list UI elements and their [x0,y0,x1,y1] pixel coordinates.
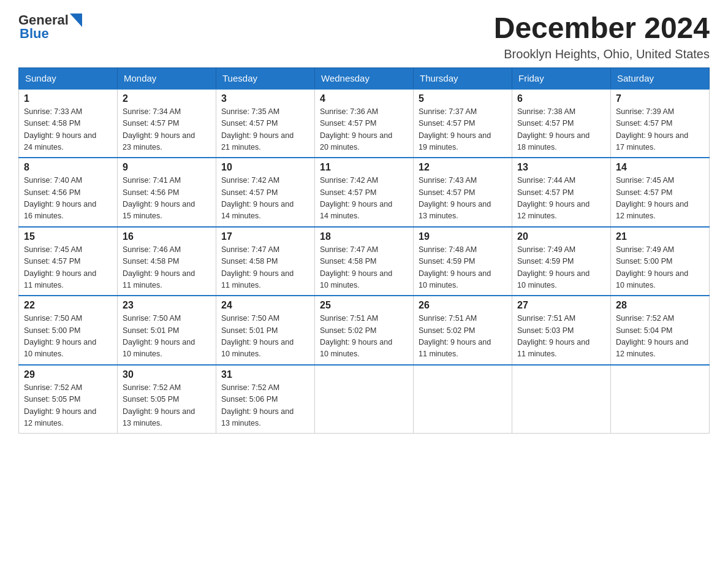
calendar-cell [611,365,710,434]
calendar-cell: 16 Sunrise: 7:46 AM Sunset: 4:58 PM Dayl… [118,227,216,296]
day-info: Sunrise: 7:40 AM Sunset: 4:56 PM Dayligh… [24,175,112,223]
calendar-cell [315,365,414,434]
calendar-cell: 20 Sunrise: 7:49 AM Sunset: 4:59 PM Dayl… [512,227,611,296]
calendar-week-1: 1 Sunrise: 7:33 AM Sunset: 4:58 PM Dayli… [19,89,710,158]
day-number: 31 [221,369,309,380]
day-info: Sunrise: 7:37 AM Sunset: 4:57 PM Dayligh… [419,106,507,154]
calendar-cell: 3 Sunrise: 7:35 AM Sunset: 4:57 PM Dayli… [216,89,315,158]
day-info: Sunrise: 7:41 AM Sunset: 4:56 PM Dayligh… [123,175,211,223]
calendar-week-4: 22 Sunrise: 7:50 AM Sunset: 5:00 PM Dayl… [19,296,710,365]
day-number: 8 [24,162,112,173]
day-number: 29 [24,369,112,380]
day-number: 25 [320,300,408,311]
calendar-cell: 5 Sunrise: 7:37 AM Sunset: 4:57 PM Dayli… [414,89,512,158]
logo: General Blue [18,12,82,42]
day-number: 23 [123,300,211,311]
day-info: Sunrise: 7:50 AM Sunset: 5:01 PM Dayligh… [123,313,211,361]
day-number: 7 [616,93,704,104]
day-info: Sunrise: 7:42 AM Sunset: 4:57 PM Dayligh… [221,175,309,223]
calendar-table: SundayMondayTuesdayWednesdayThursdayFrid… [18,67,710,434]
calendar-week-3: 15 Sunrise: 7:45 AM Sunset: 4:57 PM Dayl… [19,227,710,296]
weekday-header-saturday: Saturday [611,67,710,89]
day-number: 12 [419,162,507,173]
day-info: Sunrise: 7:51 AM Sunset: 5:02 PM Dayligh… [320,313,408,361]
day-info: Sunrise: 7:42 AM Sunset: 4:57 PM Dayligh… [320,175,408,223]
day-number: 13 [517,162,605,173]
calendar-cell: 2 Sunrise: 7:34 AM Sunset: 4:57 PM Dayli… [118,89,216,158]
calendar-cell: 9 Sunrise: 7:41 AM Sunset: 4:56 PM Dayli… [118,158,216,227]
calendar-cell: 15 Sunrise: 7:45 AM Sunset: 4:57 PM Dayl… [19,227,118,296]
day-number: 22 [24,300,112,311]
calendar-cell: 27 Sunrise: 7:51 AM Sunset: 5:03 PM Dayl… [512,296,611,365]
day-number: 17 [221,231,309,242]
day-number: 24 [221,300,309,311]
day-info: Sunrise: 7:34 AM Sunset: 4:57 PM Dayligh… [123,106,211,154]
day-info: Sunrise: 7:52 AM Sunset: 5:06 PM Dayligh… [221,382,309,430]
day-info: Sunrise: 7:52 AM Sunset: 5:04 PM Dayligh… [616,313,704,361]
calendar-cell: 19 Sunrise: 7:48 AM Sunset: 4:59 PM Dayl… [414,227,512,296]
weekday-header-sunday: Sunday [19,67,118,89]
calendar-cell [414,365,512,434]
calendar-cell: 30 Sunrise: 7:52 AM Sunset: 5:05 PM Dayl… [118,365,216,434]
day-number: 5 [419,93,507,104]
day-info: Sunrise: 7:52 AM Sunset: 5:05 PM Dayligh… [123,382,211,430]
calendar-cell: 1 Sunrise: 7:33 AM Sunset: 4:58 PM Dayli… [19,89,118,158]
calendar-cell: 13 Sunrise: 7:44 AM Sunset: 4:57 PM Dayl… [512,158,611,227]
day-info: Sunrise: 7:33 AM Sunset: 4:58 PM Dayligh… [24,106,112,154]
day-number: 10 [221,162,309,173]
calendar-week-2: 8 Sunrise: 7:40 AM Sunset: 4:56 PM Dayli… [19,158,710,227]
day-number: 30 [123,369,211,380]
day-info: Sunrise: 7:43 AM Sunset: 4:57 PM Dayligh… [419,175,507,223]
page-header: General Blue December 2024 Brooklyn Heig… [18,12,710,61]
calendar-cell: 6 Sunrise: 7:38 AM Sunset: 4:57 PM Dayli… [512,89,611,158]
day-info: Sunrise: 7:50 AM Sunset: 5:01 PM Dayligh… [221,313,309,361]
calendar-cell: 18 Sunrise: 7:47 AM Sunset: 4:58 PM Dayl… [315,227,414,296]
day-number: 9 [123,162,211,173]
calendar-cell: 10 Sunrise: 7:42 AM Sunset: 4:57 PM Dayl… [216,158,315,227]
calendar-cell: 31 Sunrise: 7:52 AM Sunset: 5:06 PM Dayl… [216,365,315,434]
weekday-header-wednesday: Wednesday [315,67,414,89]
day-number: 1 [24,93,112,104]
weekday-header-friday: Friday [512,67,611,89]
logo-blue-text: Blue [20,26,49,42]
day-info: Sunrise: 7:49 AM Sunset: 5:00 PM Dayligh… [616,244,704,292]
day-number: 26 [419,300,507,311]
day-number: 16 [123,231,211,242]
day-number: 14 [616,162,704,173]
day-number: 21 [616,231,704,242]
day-number: 27 [517,300,605,311]
svg-marker-0 [70,13,82,27]
month-title: December 2024 [494,12,710,45]
day-number: 19 [419,231,507,242]
day-info: Sunrise: 7:51 AM Sunset: 5:03 PM Dayligh… [517,313,605,361]
day-number: 20 [517,231,605,242]
calendar-cell: 8 Sunrise: 7:40 AM Sunset: 4:56 PM Dayli… [19,158,118,227]
day-number: 2 [123,93,211,104]
logo-triangle-icon [70,13,82,27]
calendar-cell: 14 Sunrise: 7:45 AM Sunset: 4:57 PM Dayl… [611,158,710,227]
day-info: Sunrise: 7:38 AM Sunset: 4:57 PM Dayligh… [517,106,605,154]
day-number: 6 [517,93,605,104]
calendar-cell: 29 Sunrise: 7:52 AM Sunset: 5:05 PM Dayl… [19,365,118,434]
day-number: 15 [24,231,112,242]
day-number: 4 [320,93,408,104]
title-section: December 2024 Brooklyn Heights, Ohio, Un… [494,12,710,61]
calendar-cell: 22 Sunrise: 7:50 AM Sunset: 5:00 PM Dayl… [19,296,118,365]
day-info: Sunrise: 7:52 AM Sunset: 5:05 PM Dayligh… [24,382,112,430]
calendar-cell: 17 Sunrise: 7:47 AM Sunset: 4:58 PM Dayl… [216,227,315,296]
location-text: Brooklyn Heights, Ohio, United States [494,47,710,61]
day-number: 11 [320,162,408,173]
day-info: Sunrise: 7:47 AM Sunset: 4:58 PM Dayligh… [320,244,408,292]
calendar-week-5: 29 Sunrise: 7:52 AM Sunset: 5:05 PM Dayl… [19,365,710,434]
calendar-cell: 4 Sunrise: 7:36 AM Sunset: 4:57 PM Dayli… [315,89,414,158]
calendar-cell: 26 Sunrise: 7:51 AM Sunset: 5:02 PM Dayl… [414,296,512,365]
day-info: Sunrise: 7:35 AM Sunset: 4:57 PM Dayligh… [221,106,309,154]
calendar-cell: 11 Sunrise: 7:42 AM Sunset: 4:57 PM Dayl… [315,158,414,227]
day-info: Sunrise: 7:39 AM Sunset: 4:57 PM Dayligh… [616,106,704,154]
calendar-cell: 24 Sunrise: 7:50 AM Sunset: 5:01 PM Dayl… [216,296,315,365]
calendar-cell [512,365,611,434]
day-info: Sunrise: 7:46 AM Sunset: 4:58 PM Dayligh… [123,244,211,292]
day-info: Sunrise: 7:44 AM Sunset: 4:57 PM Dayligh… [517,175,605,223]
calendar-cell: 23 Sunrise: 7:50 AM Sunset: 5:01 PM Dayl… [118,296,216,365]
weekday-header-thursday: Thursday [414,67,512,89]
